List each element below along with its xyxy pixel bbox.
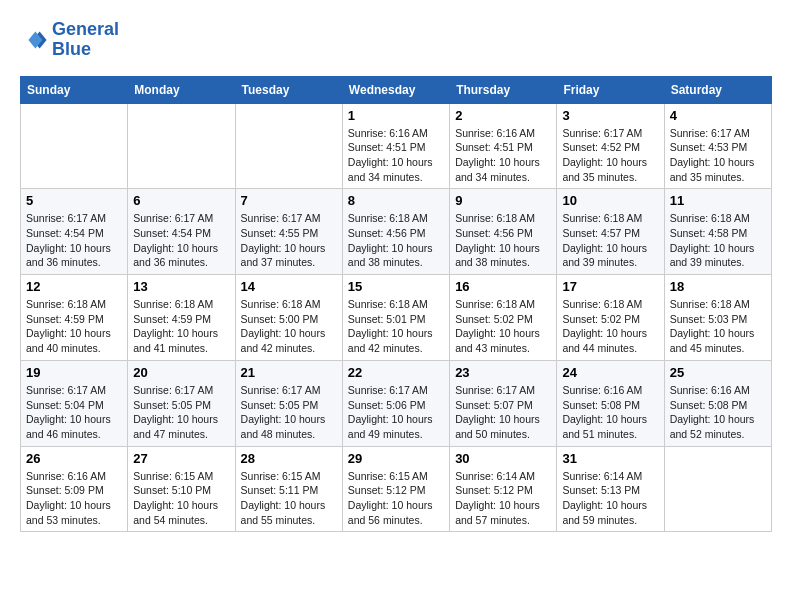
day-info: Sunrise: 6:18 AM Sunset: 4:56 PM Dayligh… <box>348 211 444 270</box>
day-number: 4 <box>670 108 766 123</box>
day-info: Sunrise: 6:18 AM Sunset: 5:00 PM Dayligh… <box>241 297 337 356</box>
day-info: Sunrise: 6:18 AM Sunset: 4:58 PM Dayligh… <box>670 211 766 270</box>
calendar-cell: 19Sunrise: 6:17 AM Sunset: 5:04 PM Dayli… <box>21 360 128 446</box>
week-row-4: 19Sunrise: 6:17 AM Sunset: 5:04 PM Dayli… <box>21 360 772 446</box>
day-number: 16 <box>455 279 551 294</box>
day-number: 15 <box>348 279 444 294</box>
day-info: Sunrise: 6:14 AM Sunset: 5:13 PM Dayligh… <box>562 469 658 528</box>
week-row-2: 5Sunrise: 6:17 AM Sunset: 4:54 PM Daylig… <box>21 189 772 275</box>
day-info: Sunrise: 6:16 AM Sunset: 5:09 PM Dayligh… <box>26 469 122 528</box>
day-number: 11 <box>670 193 766 208</box>
calendar-cell: 16Sunrise: 6:18 AM Sunset: 5:02 PM Dayli… <box>450 275 557 361</box>
week-row-1: 1Sunrise: 6:16 AM Sunset: 4:51 PM Daylig… <box>21 103 772 189</box>
calendar-cell: 4Sunrise: 6:17 AM Sunset: 4:53 PM Daylig… <box>664 103 771 189</box>
day-info: Sunrise: 6:17 AM Sunset: 5:04 PM Dayligh… <box>26 383 122 442</box>
day-number: 10 <box>562 193 658 208</box>
logo-icon <box>20 26 48 54</box>
calendar-cell <box>128 103 235 189</box>
weekday-header-friday: Friday <box>557 76 664 103</box>
day-info: Sunrise: 6:17 AM Sunset: 4:55 PM Dayligh… <box>241 211 337 270</box>
weekday-header-wednesday: Wednesday <box>342 76 449 103</box>
day-number: 28 <box>241 451 337 466</box>
day-info: Sunrise: 6:17 AM Sunset: 5:06 PM Dayligh… <box>348 383 444 442</box>
day-info: Sunrise: 6:18 AM Sunset: 5:02 PM Dayligh… <box>455 297 551 356</box>
day-info: Sunrise: 6:17 AM Sunset: 5:07 PM Dayligh… <box>455 383 551 442</box>
weekday-header-monday: Monday <box>128 76 235 103</box>
week-row-3: 12Sunrise: 6:18 AM Sunset: 4:59 PM Dayli… <box>21 275 772 361</box>
day-number: 12 <box>26 279 122 294</box>
calendar-cell: 26Sunrise: 6:16 AM Sunset: 5:09 PM Dayli… <box>21 446 128 532</box>
day-number: 1 <box>348 108 444 123</box>
day-number: 9 <box>455 193 551 208</box>
day-number: 3 <box>562 108 658 123</box>
calendar-cell: 24Sunrise: 6:16 AM Sunset: 5:08 PM Dayli… <box>557 360 664 446</box>
day-number: 14 <box>241 279 337 294</box>
day-info: Sunrise: 6:16 AM Sunset: 4:51 PM Dayligh… <box>455 126 551 185</box>
day-info: Sunrise: 6:15 AM Sunset: 5:12 PM Dayligh… <box>348 469 444 528</box>
day-info: Sunrise: 6:16 AM Sunset: 5:08 PM Dayligh… <box>562 383 658 442</box>
day-info: Sunrise: 6:17 AM Sunset: 5:05 PM Dayligh… <box>241 383 337 442</box>
day-number: 25 <box>670 365 766 380</box>
day-number: 6 <box>133 193 229 208</box>
weekday-header-saturday: Saturday <box>664 76 771 103</box>
day-number: 13 <box>133 279 229 294</box>
calendar-cell: 31Sunrise: 6:14 AM Sunset: 5:13 PM Dayli… <box>557 446 664 532</box>
calendar-cell: 13Sunrise: 6:18 AM Sunset: 4:59 PM Dayli… <box>128 275 235 361</box>
day-info: Sunrise: 6:18 AM Sunset: 5:02 PM Dayligh… <box>562 297 658 356</box>
week-row-5: 26Sunrise: 6:16 AM Sunset: 5:09 PM Dayli… <box>21 446 772 532</box>
calendar-cell: 23Sunrise: 6:17 AM Sunset: 5:07 PM Dayli… <box>450 360 557 446</box>
calendar-cell: 25Sunrise: 6:16 AM Sunset: 5:08 PM Dayli… <box>664 360 771 446</box>
day-info: Sunrise: 6:17 AM Sunset: 4:54 PM Dayligh… <box>26 211 122 270</box>
calendar-cell: 8Sunrise: 6:18 AM Sunset: 4:56 PM Daylig… <box>342 189 449 275</box>
day-number: 23 <box>455 365 551 380</box>
day-info: Sunrise: 6:18 AM Sunset: 4:59 PM Dayligh… <box>133 297 229 356</box>
day-number: 18 <box>670 279 766 294</box>
day-info: Sunrise: 6:18 AM Sunset: 4:56 PM Dayligh… <box>455 211 551 270</box>
calendar-cell: 7Sunrise: 6:17 AM Sunset: 4:55 PM Daylig… <box>235 189 342 275</box>
calendar-cell: 30Sunrise: 6:14 AM Sunset: 5:12 PM Dayli… <box>450 446 557 532</box>
calendar-cell: 9Sunrise: 6:18 AM Sunset: 4:56 PM Daylig… <box>450 189 557 275</box>
day-info: Sunrise: 6:14 AM Sunset: 5:12 PM Dayligh… <box>455 469 551 528</box>
weekday-header-thursday: Thursday <box>450 76 557 103</box>
logo: General Blue <box>20 20 119 60</box>
page-header: General Blue <box>20 20 772 60</box>
weekday-header-tuesday: Tuesday <box>235 76 342 103</box>
day-info: Sunrise: 6:17 AM Sunset: 5:05 PM Dayligh… <box>133 383 229 442</box>
day-info: Sunrise: 6:15 AM Sunset: 5:10 PM Dayligh… <box>133 469 229 528</box>
day-info: Sunrise: 6:18 AM Sunset: 4:57 PM Dayligh… <box>562 211 658 270</box>
day-info: Sunrise: 6:17 AM Sunset: 4:53 PM Dayligh… <box>670 126 766 185</box>
day-number: 29 <box>348 451 444 466</box>
day-number: 20 <box>133 365 229 380</box>
calendar-cell: 12Sunrise: 6:18 AM Sunset: 4:59 PM Dayli… <box>21 275 128 361</box>
calendar-cell: 27Sunrise: 6:15 AM Sunset: 5:10 PM Dayli… <box>128 446 235 532</box>
calendar-cell: 10Sunrise: 6:18 AM Sunset: 4:57 PM Dayli… <box>557 189 664 275</box>
day-info: Sunrise: 6:16 AM Sunset: 4:51 PM Dayligh… <box>348 126 444 185</box>
day-number: 21 <box>241 365 337 380</box>
day-number: 19 <box>26 365 122 380</box>
day-number: 2 <box>455 108 551 123</box>
day-number: 27 <box>133 451 229 466</box>
day-info: Sunrise: 6:16 AM Sunset: 5:08 PM Dayligh… <box>670 383 766 442</box>
calendar-cell: 14Sunrise: 6:18 AM Sunset: 5:00 PM Dayli… <box>235 275 342 361</box>
day-number: 30 <box>455 451 551 466</box>
calendar-cell: 21Sunrise: 6:17 AM Sunset: 5:05 PM Dayli… <box>235 360 342 446</box>
calendar-cell: 28Sunrise: 6:15 AM Sunset: 5:11 PM Dayli… <box>235 446 342 532</box>
calendar-cell: 20Sunrise: 6:17 AM Sunset: 5:05 PM Dayli… <box>128 360 235 446</box>
calendar-cell: 11Sunrise: 6:18 AM Sunset: 4:58 PM Dayli… <box>664 189 771 275</box>
day-number: 17 <box>562 279 658 294</box>
calendar-cell: 1Sunrise: 6:16 AM Sunset: 4:51 PM Daylig… <box>342 103 449 189</box>
calendar-cell <box>21 103 128 189</box>
day-info: Sunrise: 6:18 AM Sunset: 5:01 PM Dayligh… <box>348 297 444 356</box>
day-number: 24 <box>562 365 658 380</box>
calendar-cell: 2Sunrise: 6:16 AM Sunset: 4:51 PM Daylig… <box>450 103 557 189</box>
calendar-cell: 5Sunrise: 6:17 AM Sunset: 4:54 PM Daylig… <box>21 189 128 275</box>
day-number: 26 <box>26 451 122 466</box>
day-number: 8 <box>348 193 444 208</box>
day-number: 31 <box>562 451 658 466</box>
day-info: Sunrise: 6:17 AM Sunset: 4:54 PM Dayligh… <box>133 211 229 270</box>
day-info: Sunrise: 6:17 AM Sunset: 4:52 PM Dayligh… <box>562 126 658 185</box>
calendar-cell: 3Sunrise: 6:17 AM Sunset: 4:52 PM Daylig… <box>557 103 664 189</box>
calendar-cell: 6Sunrise: 6:17 AM Sunset: 4:54 PM Daylig… <box>128 189 235 275</box>
calendar-cell: 17Sunrise: 6:18 AM Sunset: 5:02 PM Dayli… <box>557 275 664 361</box>
logo-text: General Blue <box>52 20 119 60</box>
